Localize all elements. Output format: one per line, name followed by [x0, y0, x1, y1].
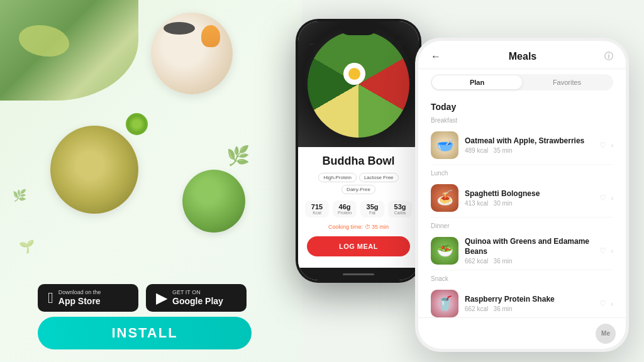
- phone-black-mockup: ← ♡ Buddha Bowl High-Protein Lactose Fre…: [296, 19, 421, 283]
- meal-item-quinoa[interactable]: 🥗 Quinoa with Greens and Edamame Beans 6…: [431, 232, 613, 270]
- app-store-button[interactable]:  Download on the App Store: [38, 284, 138, 312]
- section-snack: Snack: [431, 275, 613, 282]
- meal-thumb-shake: 🥤: [431, 290, 458, 317]
- food-avocado-toast: [0, 0, 138, 101]
- log-meal-button[interactable]: LOG MEAL: [307, 236, 410, 256]
- nutrition-carbs: 53g Carbs: [388, 200, 412, 217]
- user-avatar[interactable]: Me: [596, 324, 616, 344]
- meal-item-spaghetti[interactable]: 🍝 Spaghetti Bolognese 413 kcal 30 min ♡ …: [431, 179, 613, 217]
- meal-chevron-shake[interactable]: ›: [611, 300, 613, 307]
- google-play-button[interactable]: ▶ GET IT ON Google Play: [146, 284, 247, 312]
- heart-icon[interactable]: ♡: [396, 39, 409, 52]
- meal-chevron-quinoa[interactable]: ›: [611, 248, 613, 255]
- meal-name-shake: Raspberry Protein Shake: [465, 295, 599, 305]
- meal-actions-quinoa: ♡ ›: [599, 246, 613, 255]
- quinoa-image: 🥗: [431, 237, 458, 265]
- plan-tabs: Plan Favorites: [431, 74, 613, 90]
- phone-black-screen: ← ♡ Buddha Bowl High-Protein Lactose Fre…: [298, 21, 419, 280]
- spaghetti-image: 🍝: [431, 184, 458, 212]
- tag-dairy-free: Dairy-Free: [341, 185, 375, 194]
- day-label: Today: [431, 102, 613, 112]
- meal-meta-spaghetti: 413 kcal 30 min: [465, 200, 599, 207]
- meal-info-spaghetti: Spaghetti Bolognese 413 kcal 30 min: [465, 189, 599, 207]
- google-play-main-label: Google Play: [172, 296, 223, 307]
- install-button[interactable]: INSTALL: [38, 317, 252, 349]
- app-store-main-label: App Store: [58, 296, 101, 307]
- meals-back-icon[interactable]: ←: [431, 51, 441, 62]
- meal-actions-shake: ♡ ›: [599, 299, 613, 308]
- meal-info-shake: Raspberry Protein Shake 662 kcal 36 min: [465, 295, 599, 313]
- phone-notch: [340, 21, 377, 35]
- app-store-text: Download on the App Store: [58, 289, 101, 307]
- section-breakfast: Breakfast: [431, 117, 613, 124]
- food-oatmeal-bowl: [151, 13, 233, 94]
- store-buttons-area:  Download on the App Store ▶ GET IT ON …: [38, 284, 247, 312]
- bowl-egg: [343, 63, 365, 85]
- google-play-pre-label: GET IT ON: [172, 289, 223, 296]
- cooking-time-icon: ⏱: [365, 224, 370, 230]
- meal-info-oatmeal: Oatmeal with Apple, Strawberries 489 kca…: [465, 136, 599, 155]
- meal-info-quinoa: Quinoa with Greens and Edamame Beans 662…: [465, 237, 599, 265]
- meal-item-oatmeal[interactable]: 🥣 Oatmeal with Apple, Strawberries 489 k…: [431, 126, 613, 165]
- meal-name-quinoa: Quinoa with Greens and Edamame Beans: [465, 237, 599, 256]
- meals-screen: ← Meals ⓘ Plan Favorites Today Breakfast…: [418, 41, 626, 349]
- meal-item-shake[interactable]: 🥤 Raspberry Protein Shake 662 kcal 36 mi…: [431, 285, 613, 317]
- meal-name-oatmeal: Oatmeal with Apple, Strawberries: [465, 136, 599, 146]
- leaf-decoration-2: 🌱: [19, 239, 35, 254]
- tab-favorites[interactable]: Favorites: [522, 75, 612, 89]
- meal-meta-quinoa: 662 kcal 36 min: [465, 258, 599, 265]
- tab-plan[interactable]: Plan: [432, 75, 522, 89]
- phone-home-bar: [298, 268, 419, 280]
- dish-name: Buddha Bowl: [307, 155, 410, 168]
- nutrition-fat: 35g Fat: [360, 200, 384, 217]
- install-label: INSTALL: [111, 325, 177, 341]
- section-lunch: Lunch: [431, 170, 613, 177]
- cucumber-slice-1: [126, 113, 148, 135]
- meals-header: ← Meals ⓘ: [418, 41, 626, 69]
- meal-heart-oatmeal[interactable]: ♡: [599, 141, 606, 150]
- avatar-label: Me: [601, 330, 610, 337]
- meal-thumb-spaghetti: 🍝: [431, 184, 458, 212]
- cooking-time-label: Cooking time:: [328, 224, 365, 230]
- meal-actions-spaghetti: ♡ ›: [599, 194, 613, 202]
- food-pasta: [50, 126, 138, 214]
- meals-title: Meals: [509, 51, 536, 62]
- meal-heart-quinoa[interactable]: ♡: [599, 246, 606, 255]
- meal-thumb-quinoa: 🥗: [431, 237, 458, 265]
- cooking-time-value: 35 min: [372, 224, 389, 230]
- google-play-text: GET IT ON Google Play: [172, 289, 223, 307]
- herb-decoration: 🌿: [13, 189, 26, 202]
- meal-heart-shake[interactable]: ♡: [599, 299, 606, 308]
- buddha-bowl-content: Buddha Bowl High-Protein Lactose Free Da…: [298, 147, 419, 268]
- meal-name-spaghetti: Spaghetti Bolognese: [465, 189, 599, 199]
- tag-lactose-free: Lactose Free: [359, 173, 399, 182]
- app-store-pre-label: Download on the: [58, 289, 101, 296]
- meal-meta-oatmeal: 489 kcal 35 min: [465, 147, 599, 154]
- tag-high-protein: High-Protein: [318, 173, 356, 182]
- meal-meta-shake: 662 kcal 36 min: [465, 305, 599, 312]
- apple-icon: : [48, 290, 53, 305]
- leaf-decoration-1: 🌿: [226, 145, 250, 167]
- food-smoothie: [182, 170, 245, 233]
- play-icon: ▶: [156, 290, 167, 305]
- oatmeal-image: 🥣: [431, 131, 458, 159]
- meal-heart-spaghetti[interactable]: ♡: [599, 194, 606, 202]
- nutrition-protein: 46g Protein: [333, 200, 357, 217]
- section-dinner: Dinner: [431, 222, 613, 229]
- meals-info-icon[interactable]: ⓘ: [604, 51, 613, 62]
- home-indicator: [343, 273, 374, 275]
- buddha-bowl-screen: ← ♡ Buddha Bowl High-Protein Lactose Fre…: [298, 21, 419, 280]
- meal-thumb-oatmeal: 🥣: [431, 131, 458, 159]
- meal-chevron-oatmeal[interactable]: ›: [611, 142, 613, 149]
- phone-white-mockup: ← Meals ⓘ Plan Favorites Today Breakfast…: [415, 38, 629, 352]
- phone-white-bottom-bar: Me: [418, 317, 626, 349]
- back-arrow-icon[interactable]: ←: [308, 39, 321, 52]
- buddha-bowl-image: ← ♡: [298, 21, 419, 147]
- shake-image: 🥤: [431, 290, 458, 317]
- meal-chevron-spaghetti[interactable]: ›: [611, 195, 613, 202]
- nutrition-row: 715 Kcal 46g Protein 35g Fat 53g Carbs: [307, 200, 410, 217]
- meals-scroll[interactable]: Today Breakfast 🥣 Oatmeal with Apple, St…: [418, 96, 626, 317]
- cooking-time: Cooking time: ⏱ 35 min: [307, 224, 410, 230]
- nutrition-kcal: 715 Kcal: [305, 200, 329, 217]
- meal-actions-oatmeal: ♡ ›: [599, 141, 613, 150]
